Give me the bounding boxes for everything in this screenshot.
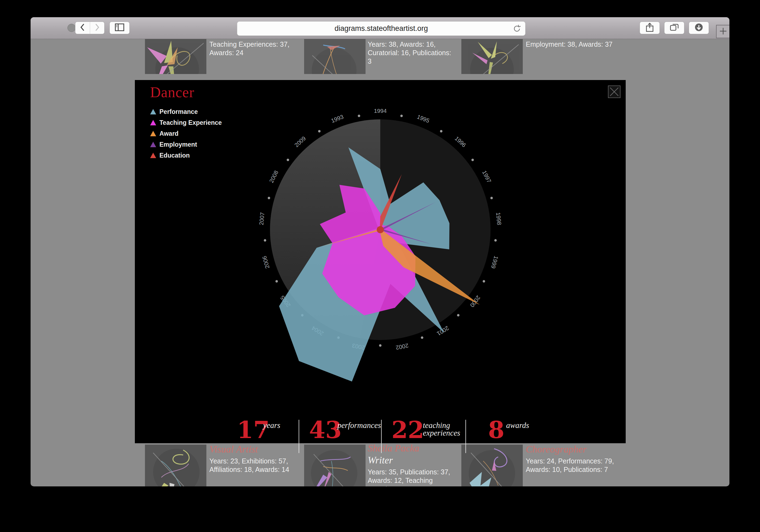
stats-divider <box>465 420 466 453</box>
stats-line: Employment: 38, Awards: 37 <box>526 40 684 49</box>
share-icon <box>646 23 653 33</box>
artist-card[interactable]: Choreographer Years: 24, Performances: 7… <box>526 444 684 474</box>
year-label: 1996 <box>454 135 467 148</box>
tab-overview-icon <box>670 23 679 32</box>
chart-legend: Performance Teaching Experience Award Em… <box>150 106 222 161</box>
downloads-icon <box>694 23 703 33</box>
stat-awards-label: awards <box>506 421 529 429</box>
stat-teaching-label: teachingexperiences <box>423 421 460 437</box>
year-label: 1997 <box>481 169 493 184</box>
artist-card-thumbnail[interactable] <box>145 39 206 74</box>
stat-years-label: years <box>263 421 280 429</box>
address-bar[interactable]: diagrams.stateoftheartist.org <box>237 21 526 36</box>
legend-item-award[interactable]: Award <box>150 128 222 139</box>
safari-window: diagrams.stateoftheartist.org <box>30 17 730 486</box>
year-label: 2008 <box>268 169 279 184</box>
downloads-button[interactable] <box>689 22 709 34</box>
share-button[interactable] <box>640 22 660 34</box>
triangle-icon <box>150 142 156 147</box>
year-label: 1994 <box>374 108 387 114</box>
artist-detail-modal: 1993199419951996199719981999200020012002… <box>135 80 626 443</box>
stat-awards-value: 8 <box>488 418 504 442</box>
screen: diagrams.stateoftheartist.org <box>0 0 760 532</box>
triangle-icon <box>150 131 156 136</box>
legend-item-education[interactable]: Education <box>150 150 222 161</box>
browser-toolbar: diagrams.stateoftheartist.org <box>30 17 730 39</box>
stats-divider <box>299 420 299 453</box>
year-label: 2002 <box>395 342 409 351</box>
artist-card-title[interactable]: Choreographer <box>526 444 684 455</box>
triangle-icon <box>150 153 156 158</box>
artist-card-thumbnail[interactable] <box>304 39 365 74</box>
back-button[interactable] <box>75 22 90 34</box>
legend-item-performance[interactable]: Performance <box>150 106 222 117</box>
stats-line: Awards: 10, Publications: 7 <box>526 465 684 474</box>
year-label: 2007 <box>258 212 265 225</box>
artist-card-thumbnail[interactable] <box>461 445 523 486</box>
year-label: 1998 <box>495 212 502 225</box>
close-icon <box>608 86 620 98</box>
triangle-icon <box>150 120 156 125</box>
stats-divider <box>381 420 382 453</box>
forward-button[interactable] <box>90 22 104 34</box>
artist-card-thumbnail[interactable] <box>304 445 365 486</box>
stat-performances-label: performances <box>337 421 381 429</box>
year-label: 1993 <box>330 113 345 124</box>
artist-card-thumbnail[interactable] <box>461 39 523 74</box>
close-modal-button[interactable] <box>608 85 621 98</box>
artist-card-thumbnail[interactable] <box>145 445 206 486</box>
year-label: 1995 <box>416 113 431 124</box>
tab-overview-button[interactable] <box>664 22 685 34</box>
year-label: 2006 <box>261 255 270 269</box>
sidebar-panel-icon <box>115 24 124 32</box>
legend-item-teaching-experience[interactable]: Teaching Experience <box>150 117 222 128</box>
reload-icon[interactable] <box>513 24 521 34</box>
sidebar-toggle-button[interactable] <box>110 22 130 34</box>
legend-item-employment[interactable]: Employment <box>150 139 222 150</box>
url-text: diagrams.stateoftheartist.org <box>334 24 428 33</box>
modal-title: Dancer <box>150 84 194 101</box>
stat-teaching-value: 22 <box>392 418 424 442</box>
chevron-left-icon <box>80 23 85 32</box>
triangle-icon <box>150 109 156 115</box>
plus-icon <box>720 27 727 36</box>
year-label: 2009 <box>293 135 307 148</box>
close-window-button[interactable] <box>68 24 75 32</box>
artist-card-stats[interactable]: Employment: 38, Awards: 37 <box>526 40 684 49</box>
year-label: 1999 <box>490 255 499 269</box>
chevron-right-icon <box>94 23 100 32</box>
nav-button-group <box>75 22 105 34</box>
stats-line: Years: 24, Performances: 79, <box>526 457 684 465</box>
stat-performances-value: 43 <box>309 418 342 442</box>
new-tab-button[interactable] <box>716 25 730 38</box>
